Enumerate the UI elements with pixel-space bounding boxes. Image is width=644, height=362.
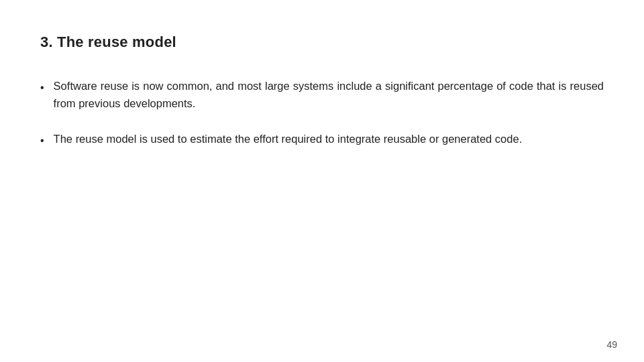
slide-title: 3. The reuse model <box>40 34 604 51</box>
slide: 3. The reuse model • Software reuse is n… <box>0 0 644 362</box>
bullet-list: • Software reuse is now common, and most… <box>40 78 604 149</box>
list-item: • Software reuse is now common, and most… <box>40 78 604 112</box>
list-item: • The reuse model is used to estimate th… <box>40 131 604 149</box>
page-number: 49 <box>606 339 617 350</box>
bullet-text-2: The reuse model is used to estimate the … <box>54 131 523 148</box>
bullet-dot: • <box>40 133 44 149</box>
bullet-text-1: Software reuse is now common, and most l… <box>54 78 604 112</box>
bullet-dot: • <box>40 80 44 97</box>
